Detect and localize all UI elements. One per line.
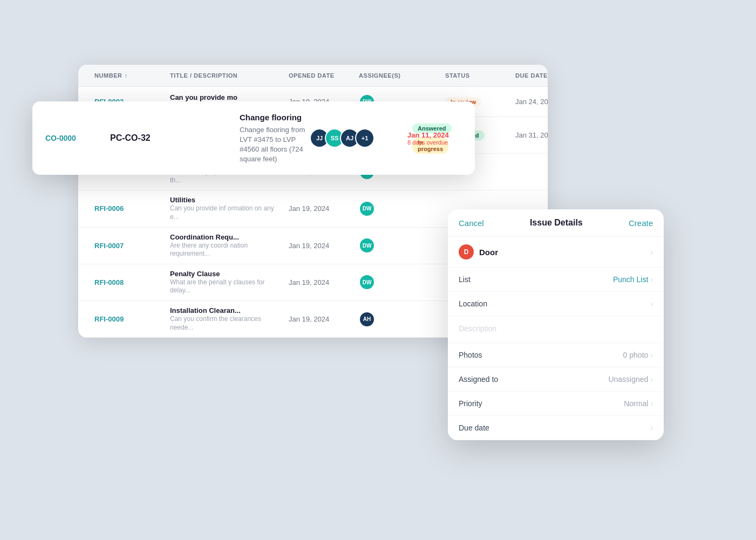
sort-icon: ↑ bbox=[125, 72, 128, 79]
cell-assignees: AH bbox=[353, 306, 440, 333]
cell-title: Penalty Clause What are the penalt y cla… bbox=[165, 264, 283, 300]
assigned-value: Unassigned › bbox=[608, 375, 653, 384]
highlight-card[interactable]: CO-0000 PC-CO-32 Change flooring Change … bbox=[32, 101, 475, 175]
assigned-row[interactable]: Assigned to Unassigned › bbox=[448, 367, 664, 392]
door-left: D Door bbox=[459, 244, 498, 259]
highlight-avatars: JJ SS AJ +1 bbox=[310, 128, 407, 148]
chevron-icon: › bbox=[650, 275, 653, 284]
chevron-icon: › bbox=[650, 299, 653, 308]
col-opened: OPENED DATE bbox=[283, 65, 353, 86]
col-status: STATUS bbox=[440, 65, 510, 86]
cell-title: Coordination Requ... Are there any coord… bbox=[165, 228, 283, 264]
cell-number: RFI-0008 bbox=[89, 273, 165, 292]
list-value: Punch List › bbox=[613, 275, 653, 284]
chevron-icon: › bbox=[650, 423, 653, 432]
priority-value: Normal › bbox=[624, 399, 653, 408]
col-assignees: ASSIGNEE(S) bbox=[353, 65, 440, 86]
cell-assignees: DW bbox=[353, 195, 440, 222]
cell-date: Jan 19, 2024 bbox=[283, 310, 353, 329]
cell-number: RFI-0006 bbox=[89, 199, 165, 218]
col-due-date: DUE DATE bbox=[510, 65, 548, 86]
cell-due-date: Jan 24, 2024 bbox=[510, 92, 548, 111]
chevron-icon: › bbox=[650, 351, 653, 359]
highlight-co: CO-0000 bbox=[45, 133, 110, 143]
avatar: DW bbox=[359, 274, 375, 290]
panel-title: Issue Details bbox=[530, 218, 583, 228]
description-area[interactable]: Description bbox=[448, 316, 664, 343]
photos-row[interactable]: Photos 0 photo › bbox=[448, 343, 664, 367]
cancel-button[interactable]: Cancel bbox=[459, 218, 484, 228]
photos-value: 0 photo › bbox=[623, 351, 653, 359]
avatar: AH bbox=[359, 311, 375, 327]
door-row[interactable]: D Door › bbox=[448, 237, 664, 268]
photos-label: Photos bbox=[459, 351, 482, 359]
highlight-title-desc: Change flooring Change flooring from LVT… bbox=[240, 112, 310, 164]
location-label: Location bbox=[459, 299, 487, 308]
cell-date: Jan 19, 2024 bbox=[283, 236, 353, 255]
due-date-row[interactable]: Due date › bbox=[448, 416, 664, 440]
highlight-due-date: Jan 11, 2024 8 days overdue bbox=[407, 131, 483, 146]
table-header: NUMBER ↑ TITLE / DESCRIPTION OPENED DATE… bbox=[78, 65, 548, 87]
panel-header: Cancel Issue Details Create bbox=[448, 209, 664, 237]
chevron-icon: › bbox=[650, 248, 653, 256]
cell-number: RFI-0009 bbox=[89, 310, 165, 329]
cell-due-date: Jan 31, 2024 bbox=[510, 126, 548, 145]
priority-label: Priority bbox=[459, 399, 482, 408]
create-button[interactable]: Create bbox=[629, 218, 653, 228]
priority-row[interactable]: Priority Normal › bbox=[448, 392, 664, 416]
cell-due-date bbox=[510, 167, 548, 177]
due-date-value: › bbox=[650, 423, 653, 432]
chevron-icon: › bbox=[650, 399, 653, 408]
door-icon: D bbox=[459, 244, 474, 259]
cell-title: Utilities Can you provide inf ormation o… bbox=[165, 190, 283, 227]
avatar: DW bbox=[359, 201, 375, 217]
cell-number: RFI-0007 bbox=[89, 236, 165, 255]
cell-date: Jan 19, 2024 bbox=[283, 273, 353, 292]
location-value: › bbox=[650, 299, 653, 308]
cell-title: Installation Clearan... Can you confirm … bbox=[165, 301, 283, 337]
door-name: Door bbox=[479, 248, 498, 257]
location-row[interactable]: Location › bbox=[448, 292, 664, 316]
cell-assignees: DW bbox=[353, 269, 440, 296]
highlight-pc: PC-CO-32 bbox=[110, 133, 240, 143]
cell-date: Jan 19, 2024 bbox=[283, 199, 353, 218]
avatar: DW bbox=[359, 237, 375, 254]
cell-assignees: DW bbox=[353, 232, 440, 259]
assigned-label: Assigned to bbox=[459, 375, 498, 384]
col-title: TITLE / DESCRIPTION bbox=[165, 65, 283, 86]
col-number: NUMBER ↑ bbox=[89, 65, 165, 86]
due-date-label: Due date bbox=[459, 423, 489, 432]
avatar-count: +1 bbox=[355, 128, 374, 148]
chevron-icon: › bbox=[650, 375, 653, 384]
list-row[interactable]: List Punch List › bbox=[448, 268, 664, 292]
issue-panel: Cancel Issue Details Create D Door › Lis… bbox=[448, 209, 664, 440]
list-label: List bbox=[459, 275, 471, 284]
description-placeholder: Description bbox=[459, 324, 496, 333]
